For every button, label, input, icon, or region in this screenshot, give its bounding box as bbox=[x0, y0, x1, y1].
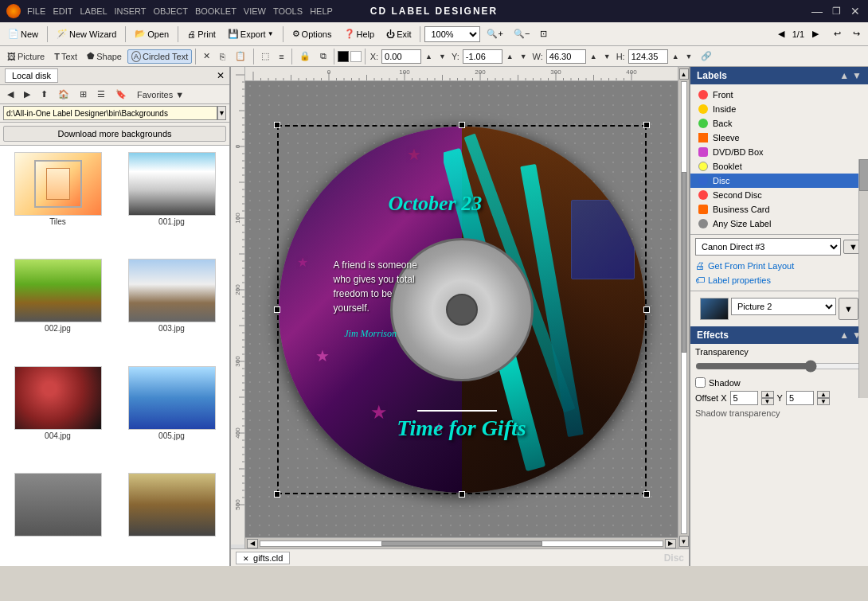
effects-scroll-up[interactable]: ▲ bbox=[839, 330, 849, 341]
label-item-any-size[interactable]: Any Size Label bbox=[690, 217, 868, 231]
offset-x-down[interactable]: ▼ bbox=[761, 398, 774, 405]
sel-handle-e[interactable] bbox=[643, 306, 650, 313]
next-page-button[interactable]: ▶ bbox=[807, 26, 823, 41]
file-item-004[interactable]: 004.jpg bbox=[3, 363, 112, 465]
file-item-006[interactable] bbox=[3, 470, 112, 563]
picture-select[interactable]: Picture 2 bbox=[731, 298, 836, 315]
canvas[interactable]: ★ ★ ★ ★ ★ ★ bbox=[245, 81, 678, 537]
zoom-fit-button[interactable]: ⊡ bbox=[536, 26, 551, 41]
zoom-in-button[interactable]: 🔍+ bbox=[483, 26, 506, 41]
download-backgrounds-button[interactable]: Download more backgrounds bbox=[3, 126, 226, 142]
label-item-booklet[interactable]: Booklet bbox=[690, 159, 868, 174]
printer-select[interactable]: Canon Direct #3 bbox=[695, 238, 841, 256]
file-item-003[interactable]: 003.jpg bbox=[117, 256, 226, 357]
vscroll-track[interactable] bbox=[681, 81, 687, 534]
offset-y-up[interactable]: ▲ bbox=[817, 391, 830, 398]
picture-dropdown-btn[interactable]: ▼ bbox=[839, 298, 858, 320]
y-spin-up[interactable]: ▲ bbox=[504, 52, 516, 61]
new-button[interactable]: 📄 New bbox=[3, 26, 43, 41]
local-disk-tab[interactable]: Local disk bbox=[5, 68, 58, 83]
offset-y-input[interactable] bbox=[786, 391, 814, 405]
x-spin-down[interactable]: ▼ bbox=[436, 52, 448, 61]
labels-scroll-down[interactable]: ▼ bbox=[852, 70, 862, 81]
left-panel-scrollbar[interactable] bbox=[858, 159, 868, 398]
minimize-icon[interactable]: — bbox=[811, 5, 823, 18]
transparency-slider[interactable] bbox=[695, 360, 863, 373]
label-item-business-card[interactable]: Business Card bbox=[690, 202, 868, 217]
y-input[interactable] bbox=[463, 49, 502, 64]
shadow-checkbox[interactable] bbox=[695, 377, 706, 388]
maximize-icon[interactable]: ❐ bbox=[830, 5, 843, 18]
sel-handle-w[interactable] bbox=[274, 306, 280, 313]
scrollbar-thumb[interactable] bbox=[859, 159, 868, 191]
label-item-dvd[interactable]: DVD/BD Box bbox=[690, 145, 868, 159]
lock-button[interactable]: 🔒 bbox=[295, 49, 315, 63]
print-button[interactable]: 🖨 Print bbox=[182, 27, 221, 41]
path-input[interactable] bbox=[3, 106, 217, 120]
prev-page-button[interactable]: ◀ bbox=[773, 26, 789, 41]
file-item-005[interactable]: 005.jpg bbox=[117, 363, 226, 465]
canvas-hscroll[interactable]: ◀ ▶ bbox=[245, 537, 678, 548]
hscroll-track[interactable] bbox=[260, 541, 663, 547]
nav-up-button[interactable]: ⬆ bbox=[37, 88, 52, 101]
text-tool-button[interactable]: T Text bbox=[50, 50, 81, 63]
disc[interactable]: ★ ★ ★ ★ ★ ★ bbox=[279, 127, 645, 493]
canvas-vscroll[interactable]: ▲ ▼ bbox=[678, 67, 689, 548]
shape-tool-button[interactable]: ⬟ Shape bbox=[83, 49, 126, 63]
view-list-button[interactable]: ☰ bbox=[93, 88, 109, 101]
sel-handle-ne[interactable] bbox=[643, 122, 650, 128]
path-dropdown-button[interactable]: ▼ bbox=[217, 106, 226, 120]
h-spin-up[interactable]: ▲ bbox=[670, 52, 682, 61]
file-tab[interactable]: ✕ gifts.cld bbox=[236, 552, 290, 564]
label-item-disc[interactable]: Disc bbox=[690, 174, 868, 188]
label-item-inside[interactable]: Inside bbox=[690, 102, 868, 116]
lock-aspect-button[interactable]: 🔗 bbox=[697, 49, 716, 63]
arrange-button[interactable]: ⧉ bbox=[316, 49, 330, 63]
delete-button[interactable]: ✕ bbox=[199, 49, 214, 63]
zoom-select[interactable]: 100% 75% 50% 125% 150% bbox=[424, 26, 480, 42]
labels-scroll-up[interactable]: ▲ bbox=[839, 70, 849, 81]
label-item-sleeve[interactable]: Sleeve bbox=[690, 131, 868, 145]
offset-x-up[interactable]: ▲ bbox=[761, 391, 774, 398]
h-input[interactable] bbox=[628, 49, 668, 64]
label-item-back[interactable]: Back bbox=[690, 116, 868, 131]
vscroll-down[interactable]: ▼ bbox=[679, 536, 689, 547]
vscroll-up[interactable]: ▲ bbox=[679, 68, 689, 80]
nav-home-button[interactable]: 🏠 bbox=[54, 88, 73, 101]
color-swatch-bg[interactable] bbox=[350, 51, 362, 62]
label-item-front[interactable]: Front bbox=[690, 88, 868, 102]
sel-handle-sw[interactable] bbox=[274, 491, 280, 498]
sel-handle-s[interactable] bbox=[459, 491, 465, 498]
redo-button[interactable]: ↪ bbox=[848, 26, 865, 41]
open-button[interactable]: 📂 Open bbox=[130, 26, 174, 41]
get-from-print-layout-link[interactable]: 🖨 Get From Print Layout bbox=[695, 259, 863, 273]
bookmark-button[interactable]: 🔖 bbox=[111, 88, 131, 101]
w-spin-down[interactable]: ▼ bbox=[601, 52, 613, 61]
sel-handle-se[interactable] bbox=[643, 491, 650, 498]
w-spin-up[interactable]: ▲ bbox=[588, 52, 600, 61]
w-input[interactable] bbox=[546, 49, 586, 64]
hscroll-thumb[interactable] bbox=[381, 541, 542, 546]
file-item-007[interactable] bbox=[117, 470, 226, 563]
y-spin-down[interactable]: ▼ bbox=[518, 52, 530, 61]
exit-button[interactable]: ⏻ Exit bbox=[381, 27, 416, 41]
close-panel-button[interactable]: ✕ bbox=[217, 70, 225, 81]
favorites-button[interactable]: Favorites ▼ bbox=[133, 88, 188, 101]
x-input[interactable] bbox=[381, 49, 421, 64]
sel-handle-n[interactable] bbox=[459, 122, 465, 128]
select-all-button[interactable]: ⬚ bbox=[257, 49, 273, 63]
label-properties-link[interactable]: 🏷 Label properties bbox=[695, 273, 863, 287]
nav-forward-button[interactable]: ▶ bbox=[20, 88, 34, 101]
file-item-001[interactable]: 001.jpg bbox=[117, 149, 226, 251]
undo-button[interactable]: ↩ bbox=[829, 26, 846, 41]
copy-button[interactable]: ⎘ bbox=[216, 50, 229, 63]
x-spin-up[interactable]: ▲ bbox=[423, 52, 435, 61]
picture-tool-button[interactable]: 🖼 Picture bbox=[3, 50, 49, 63]
sel-handle-nw[interactable] bbox=[274, 122, 280, 128]
nav-back-button[interactable]: ◀ bbox=[3, 88, 18, 101]
file-item-002[interactable]: 002.jpg bbox=[3, 256, 112, 357]
hscroll-left[interactable]: ◀ bbox=[247, 539, 258, 548]
options-button[interactable]: ⚙ Options bbox=[287, 26, 337, 41]
color-swatch-fg[interactable] bbox=[338, 51, 349, 62]
paste-button[interactable]: 📋 bbox=[231, 49, 250, 63]
